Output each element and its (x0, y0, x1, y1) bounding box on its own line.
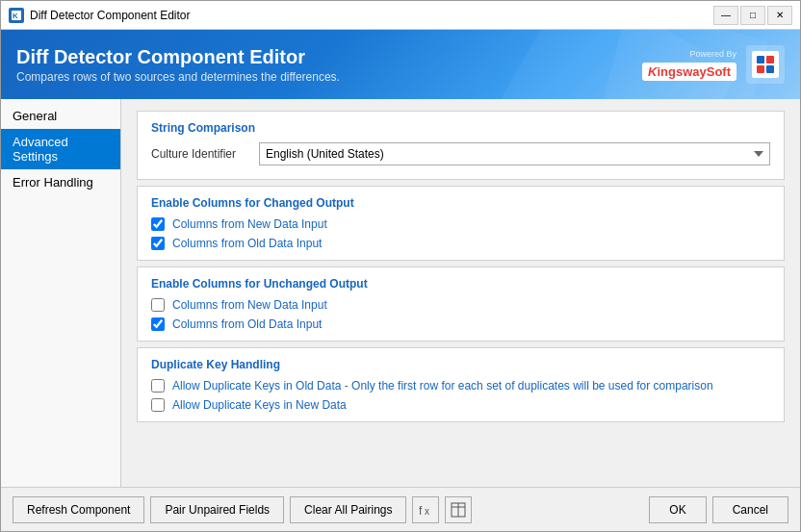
unchanged-old-data-label: Columns from Old Data Input (172, 317, 322, 331)
content-area: String Comparison Culture Identifier Eng… (121, 99, 800, 487)
unchanged-output-title: Enable Columns for Unchanged Output (151, 277, 770, 291)
formula-icon-button[interactable]: f x (412, 496, 439, 523)
svg-text:f: f (419, 504, 423, 518)
allow-new-dup-checkbox[interactable] (151, 398, 165, 412)
component-icon (752, 51, 779, 78)
header-icon-container (746, 45, 785, 84)
header-text-block: Diff Detector Component Editor Compares … (16, 46, 642, 84)
svg-rect-5 (766, 65, 774, 73)
window-controls: — □ ✕ (713, 6, 792, 25)
svg-rect-4 (757, 65, 764, 73)
changed-new-data-row: Columns from New Data Input (151, 217, 770, 231)
svg-text:x: x (425, 506, 429, 517)
clear-button[interactable]: Clear All Pairings (290, 496, 406, 523)
changed-new-data-checkbox[interactable] (151, 217, 165, 231)
pair-button[interactable]: Pair Unpaired Fields (150, 496, 284, 523)
main-window: K Diff Detector Component Editor — □ ✕ D… (0, 0, 801, 532)
header-logo: Powered By KingswaySoft (642, 49, 736, 81)
duplicate-key-section: Duplicate Key Handling Allow Duplicate K… (137, 347, 785, 422)
sidebar-item-error-handling[interactable]: Error Handling (1, 169, 120, 195)
header-title: Diff Detector Component Editor (16, 46, 642, 68)
app-icon: K (9, 8, 24, 23)
changed-old-data-row: Columns from Old Data Input (151, 237, 770, 250)
maximize-button[interactable]: □ (740, 6, 765, 25)
powered-by-text: Powered By (689, 49, 736, 59)
changed-output-section: Enable Columns for Changed Output Column… (137, 186, 785, 261)
string-comparison-section: String Comparison Culture Identifier Eng… (137, 111, 785, 180)
unchanged-output-section: Enable Columns for Unchanged Output Colu… (137, 266, 785, 342)
svg-text:K: K (13, 12, 18, 20)
allow-old-dup-label: Allow Duplicate Keys in Old Data - Only … (172, 379, 713, 393)
sidebar: General Advanced Settings Error Handling (1, 99, 121, 487)
unchanged-old-data-checkbox[interactable] (151, 317, 165, 331)
unchanged-new-data-label: Columns from New Data Input (172, 298, 327, 312)
sidebar-item-general[interactable]: General (1, 103, 120, 129)
allow-new-dup-row: Allow Duplicate Keys in New Data (151, 398, 770, 412)
duplicate-key-title: Duplicate Key Handling (151, 358, 770, 371)
culture-row: Culture Identifier English (United State… (151, 142, 770, 165)
refresh-button[interactable]: Refresh Component (13, 496, 144, 523)
footer: Refresh Component Pair Unpaired Fields C… (1, 487, 800, 531)
unchanged-old-data-row: Columns from Old Data Input (151, 317, 770, 331)
close-button[interactable]: ✕ (767, 6, 792, 25)
main-content: General Advanced Settings Error Handling… (1, 99, 800, 487)
title-bar: K Diff Detector Component Editor — □ ✕ (1, 1, 800, 30)
changed-old-data-label: Columns from Old Data Input (172, 237, 322, 250)
changed-old-data-checkbox[interactable] (151, 237, 165, 250)
unchanged-new-data-row: Columns from New Data Input (151, 298, 770, 312)
cancel-button[interactable]: Cancel (712, 496, 788, 523)
table-icon-button[interactable] (445, 496, 472, 523)
kingsway-logo: KingswaySoft (642, 63, 736, 81)
allow-old-dup-checkbox[interactable] (151, 379, 165, 393)
culture-label: Culture Identifier (151, 147, 247, 161)
ok-button[interactable]: OK (649, 496, 706, 523)
culture-select[interactable]: English (United States) (259, 142, 770, 165)
header-subtitle: Compares rows of two sources and determi… (16, 70, 642, 84)
changed-new-data-label: Columns from New Data Input (172, 217, 327, 231)
unchanged-new-data-checkbox[interactable] (151, 298, 165, 312)
svg-rect-3 (766, 56, 774, 63)
sidebar-item-advanced-settings[interactable]: Advanced Settings (1, 129, 120, 169)
allow-new-dup-label: Allow Duplicate Keys in New Data (172, 398, 347, 412)
minimize-button[interactable]: — (713, 6, 738, 25)
window-title: Diff Detector Component Editor (30, 9, 708, 22)
string-comparison-title: String Comparison (151, 121, 770, 135)
allow-old-dup-row: Allow Duplicate Keys in Old Data - Only … (151, 379, 770, 393)
svg-rect-2 (757, 56, 764, 63)
changed-output-title: Enable Columns for Changed Output (151, 196, 770, 210)
header-banner: Diff Detector Component Editor Compares … (1, 30, 800, 99)
